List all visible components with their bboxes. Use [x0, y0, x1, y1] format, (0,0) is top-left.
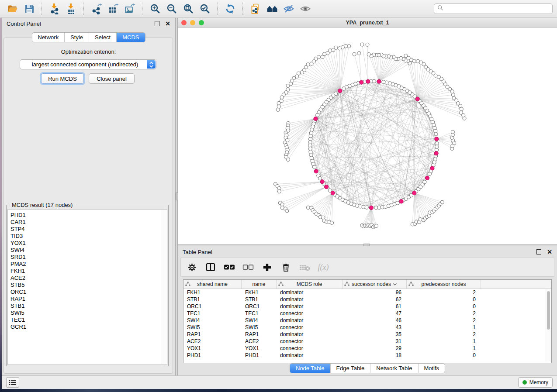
- import-network-button[interactable]: [47, 2, 62, 16]
- mcds-result-item[interactable]: FKH1: [10, 268, 167, 275]
- search-box[interactable]: [434, 3, 553, 14]
- table-cell[interactable]: PHD1: [183, 352, 242, 358]
- column-header-predecessor-nodes[interactable]: predecessor nodes: [407, 280, 481, 289]
- table-close-panel-icon[interactable]: ✕: [547, 249, 552, 255]
- table-row[interactable]: TEC1TEC1connector472: [183, 310, 551, 317]
- table-cell[interactable]: 62: [343, 296, 407, 303]
- network-graph[interactable]: [178, 28, 557, 244]
- mcds-result-item[interactable]: YOX1: [10, 240, 167, 247]
- select-all-button[interactable]: [223, 261, 236, 274]
- mcds-result-item[interactable]: SWI5: [10, 309, 167, 316]
- mcds-result-item[interactable]: PHD1: [10, 212, 167, 219]
- table-cell[interactable]: ORC1: [183, 303, 242, 309]
- mcds-result-item[interactable]: SRD1: [10, 254, 167, 261]
- table-cell[interactable]: 1: [407, 324, 481, 330]
- tab-mcds[interactable]: MCDS: [116, 33, 145, 42]
- tab-network[interactable]: Network: [32, 33, 64, 42]
- table-cell[interactable]: SWI5: [242, 324, 277, 330]
- table-cell[interactable]: RAP1: [242, 331, 277, 337]
- add-button[interactable]: [260, 261, 273, 274]
- open-button[interactable]: [5, 2, 20, 16]
- mcds-result-item[interactable]: GCR1: [10, 323, 167, 330]
- optimization-criterion-dropdown[interactable]: largest connected component (undirected): [20, 59, 156, 69]
- table-cell[interactable]: TEC1: [242, 310, 277, 316]
- clone-network-button[interactable]: [248, 2, 263, 16]
- table-cell[interactable]: 1: [407, 345, 481, 351]
- tab-style[interactable]: Style: [64, 33, 89, 42]
- table-cell[interactable]: 2: [407, 317, 481, 323]
- table-cell[interactable]: SWI5: [183, 324, 242, 330]
- table-cell[interactable]: ACE2: [183, 338, 242, 344]
- table-scrollbar-thumb[interactable]: [547, 291, 550, 330]
- mcds-result-item[interactable]: ACE2: [10, 275, 167, 282]
- table-cell[interactable]: STB1: [183, 296, 242, 303]
- table-cell[interactable]: dominator: [277, 331, 343, 337]
- table-cell[interactable]: 2: [407, 310, 481, 316]
- mcds-result-item[interactable]: ORC1: [10, 289, 167, 296]
- table-cell[interactable]: TEC1: [183, 310, 242, 316]
- table-cell[interactable]: 18: [343, 352, 407, 358]
- mcds-result-item[interactable]: STP4: [10, 226, 167, 233]
- export-table-button[interactable]: [106, 2, 121, 16]
- table-cell[interactable]: STB1: [242, 296, 277, 303]
- table-cell[interactable]: dominator: [277, 296, 343, 303]
- table-cell[interactable]: 0: [407, 352, 481, 358]
- table-row[interactable]: ACE2ACE2connector311: [183, 338, 551, 345]
- table-cell[interactable]: 43: [343, 324, 407, 330]
- column-header-shared-name[interactable]: shared name: [183, 280, 242, 289]
- table-cell[interactable]: 2: [407, 289, 481, 296]
- table-tab-motifs[interactable]: Motifs: [418, 364, 445, 373]
- table-cell[interactable]: YOX1: [242, 345, 277, 351]
- zoom-selected-button[interactable]: [197, 2, 212, 16]
- mcds-result-item[interactable]: PMA2: [10, 261, 167, 268]
- table-cell[interactable]: ACE2: [242, 338, 277, 344]
- close-panel-button[interactable]: Close panel: [89, 73, 135, 84]
- table-cell[interactable]: YOX1: [183, 345, 242, 351]
- table-cell[interactable]: 47: [343, 310, 407, 316]
- float-panel-icon[interactable]: [155, 21, 159, 26]
- column-header-mcds-role[interactable]: MCDS role: [277, 280, 343, 289]
- table-cell[interactable]: dominator: [277, 303, 343, 309]
- table-scrollbar[interactable]: [546, 289, 551, 361]
- mcds-result-item[interactable]: STB5: [10, 282, 167, 289]
- network-canvas[interactable]: [178, 28, 557, 244]
- table-cell[interactable]: 46: [343, 317, 407, 323]
- zoom-fit-button[interactable]: [181, 2, 196, 16]
- table-cell[interactable]: connector: [277, 338, 343, 344]
- table-cell[interactable]: ORC1: [242, 303, 277, 309]
- table-cell[interactable]: RAP1: [183, 331, 242, 337]
- deselect-all-button[interactable]: [242, 261, 255, 274]
- column-header-name[interactable]: name: [242, 280, 277, 289]
- table-row[interactable]: SWI5SWI5connector431: [183, 324, 551, 331]
- memory-button[interactable]: Memory: [518, 377, 553, 388]
- table-cell[interactable]: 29: [343, 345, 407, 351]
- mcds-result-item[interactable]: SWI4: [10, 247, 167, 254]
- gear-button[interactable]: [185, 261, 198, 274]
- table-row[interactable]: FKH1FKH1dominator962: [183, 289, 551, 296]
- table-cell[interactable]: dominator: [277, 289, 343, 296]
- table-cell[interactable]: dominator: [277, 352, 343, 358]
- binoculars-button[interactable]: [265, 2, 280, 16]
- table-row[interactable]: ORC1ORC1dominator610: [183, 303, 551, 310]
- table-cell[interactable]: PHD1: [242, 352, 277, 358]
- import-table-button[interactable]: [64, 2, 79, 16]
- search-input[interactable]: [446, 5, 549, 12]
- zoom-out-button[interactable]: [164, 2, 179, 16]
- task-history-button[interactable]: [6, 377, 19, 388]
- table-cell[interactable]: connector: [277, 345, 343, 351]
- hide-graphics-details-button[interactable]: [281, 2, 296, 16]
- table-cell[interactable]: dominator: [277, 317, 343, 323]
- table-cell[interactable]: 0: [407, 303, 481, 309]
- table-row[interactable]: RAP1RAP1dominator352: [183, 331, 551, 338]
- run-mcds-button[interactable]: Run MCDS: [41, 73, 84, 84]
- table-row[interactable]: YOX1YOX1connector291: [183, 345, 551, 352]
- table-cell[interactable]: FKH1: [242, 289, 277, 296]
- mcds-result-item[interactable]: TEC1: [10, 316, 167, 323]
- table-tab-node-table[interactable]: Node Table: [290, 364, 330, 373]
- mcds-list-scrollbar[interactable]: [161, 210, 167, 364]
- delete-button[interactable]: [279, 261, 292, 274]
- show-graphics-details-button[interactable]: [298, 2, 313, 16]
- table-cell[interactable]: 2: [407, 331, 481, 337]
- table-cell[interactable]: 96: [343, 289, 407, 296]
- column-header-successor-nodes[interactable]: successor nodes: [343, 280, 407, 289]
